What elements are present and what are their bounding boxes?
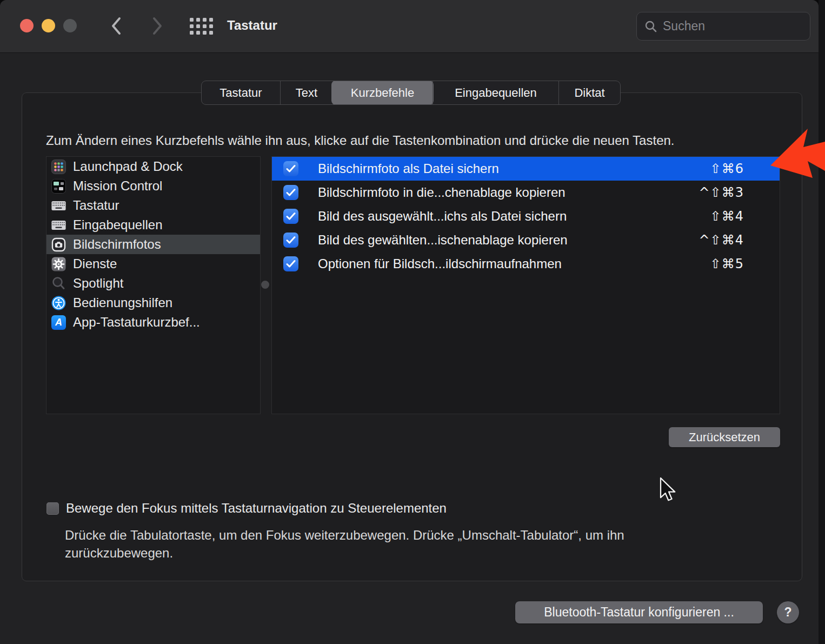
checkbox-checked-icon[interactable]	[283, 256, 298, 271]
category-bedienungshilfen[interactable]: Bedienungshilfen	[46, 293, 260, 313]
tab-diktat[interactable]: Diktat	[558, 81, 620, 104]
shortcut-row-screenshot-options[interactable]: Optionen für Bildsch...ildschirmaufnahme…	[272, 252, 780, 276]
category-list: Launchpad & Dock Mission Control	[46, 156, 261, 414]
instruction-text: Zum Ändern eines Kurzbefehls wähle ihn a…	[46, 133, 675, 148]
launchpad-icon	[51, 160, 66, 174]
background-strip	[819, 0, 825, 644]
tab-bar: Tastatur Text Kurzbefehle Eingabequellen…	[201, 81, 621, 105]
window-title: Tastatur	[227, 18, 277, 33]
category-label: Spotlight	[73, 276, 123, 291]
titlebar: Tastatur	[0, 0, 819, 53]
shortcut-list: Bildschirmfoto als Datei sichern ⇧⌘6 Bil…	[271, 156, 780, 414]
tab-text[interactable]: Text	[280, 81, 332, 104]
category-dienste[interactable]: Dienste	[46, 254, 260, 274]
magnifier-icon	[51, 276, 66, 291]
reset-button[interactable]: Zurücksetzen	[669, 427, 780, 447]
checkbox-checked-icon[interactable]	[283, 209, 298, 224]
minimize-button[interactable]	[42, 19, 55, 32]
tab-tastatur[interactable]: Tastatur	[202, 81, 280, 104]
category-app-tastaturkurzbefehle[interactable]: A App-Tastaturkurzbef...	[46, 313, 260, 332]
shortcut-keys[interactable]: ⇧⌘5	[710, 256, 744, 271]
keyboard-icon	[51, 218, 66, 233]
shortcut-row-copy-selection-to-clipboard[interactable]: Bild des gewählten...ischenablage kopier…	[272, 228, 780, 252]
category-bildschirmfotos[interactable]: Bildschirmfotos	[46, 235, 260, 254]
category-label: Launchpad & Dock	[73, 159, 183, 174]
appstore-icon: A	[51, 315, 66, 330]
shortcut-row-save-selection-as-file[interactable]: Bild des ausgewählt...ichs als Datei sic…	[272, 204, 780, 228]
checkbox-checked-icon[interactable]	[283, 161, 298, 176]
help-button[interactable]: ?	[777, 601, 799, 623]
back-button[interactable]	[108, 15, 124, 37]
category-label: Eingabequellen	[73, 217, 162, 233]
splitter-handle[interactable]	[261, 281, 269, 289]
configure-bluetooth-keyboard-button[interactable]: Bluetooth-Tastatur konfigurieren ...	[515, 601, 763, 623]
search-icon	[644, 20, 657, 33]
shortcut-label: Bildschirmfoto als Datei sichern	[318, 161, 499, 176]
gear-icon	[51, 257, 66, 271]
checkbox-checked-icon[interactable]	[283, 233, 298, 248]
shortcut-keys[interactable]: ⇧⌘4	[710, 209, 744, 224]
shortcut-row-copy-screenshot-to-clipboard[interactable]: Bildschirmfoto in die...chenablage kopie…	[272, 181, 780, 204]
category-label: Tastatur	[73, 198, 119, 213]
tab-kurzbefehle[interactable]: Kurzbefehle	[332, 81, 433, 104]
shortcut-label: Bild des ausgewählt...ichs als Datei sic…	[318, 209, 567, 224]
shortcut-label: Bildschirmfoto in die...chenablage kopie…	[318, 185, 565, 200]
shortcut-label: Bild des gewählten...ischenablage kopier…	[318, 233, 568, 248]
shortcut-label: Optionen für Bildsch...ildschirmaufnahme…	[318, 256, 562, 271]
focus-navigation-label: Bewege den Fokus mittels Tastaturnavigat…	[66, 501, 447, 516]
close-button[interactable]	[20, 19, 34, 32]
zoom-button[interactable]	[63, 19, 77, 32]
category-spotlight[interactable]: Spotlight	[46, 274, 260, 293]
shortcut-keys[interactable]: ⇧⌘6	[710, 161, 744, 176]
forward-button[interactable]	[149, 15, 165, 37]
tab-eingabequellen[interactable]: Eingabequellen	[433, 81, 558, 104]
category-label: Mission Control	[73, 178, 162, 194]
chevron-left-icon	[110, 16, 122, 36]
shortcut-row-save-screenshot-as-file[interactable]: Bildschirmfoto als Datei sichern ⇧⌘6	[272, 157, 780, 181]
shortcut-keys[interactable]: ^⇧⌘4	[699, 233, 744, 248]
shortcut-keys[interactable]: ^⇧⌘3	[699, 185, 744, 200]
keyboard-icon	[51, 198, 66, 213]
category-label: Bedienungshilfen	[73, 295, 172, 310]
screenshot-icon	[51, 237, 66, 252]
checkbox-checked-icon[interactable]	[283, 185, 298, 200]
category-tastatur[interactable]: Tastatur	[46, 196, 260, 215]
category-label: App-Tastaturkurzbef...	[73, 315, 200, 330]
show-all-grid-icon[interactable]	[190, 18, 213, 35]
category-launchpad-dock[interactable]: Launchpad & Dock	[46, 157, 260, 176]
system-preferences-window: Tastatur Tastatur Text Kurzbefehle Einga…	[0, 0, 819, 644]
accessibility-icon	[51, 296, 66, 310]
focus-navigation-checkbox[interactable]	[46, 502, 59, 515]
focus-navigation-description: Drücke die Tabulatortaste, um den Fokus …	[65, 526, 714, 562]
search-input[interactable]	[663, 19, 793, 34]
category-mission-control[interactable]: Mission Control	[46, 176, 260, 196]
category-label: Dienste	[73, 256, 117, 271]
category-eingabequellen[interactable]: Eingabequellen	[46, 215, 260, 235]
mission-control-icon	[51, 179, 66, 194]
category-label: Bildschirmfotos	[73, 237, 161, 252]
search-field[interactable]	[636, 12, 810, 41]
chevron-right-icon	[151, 16, 163, 36]
